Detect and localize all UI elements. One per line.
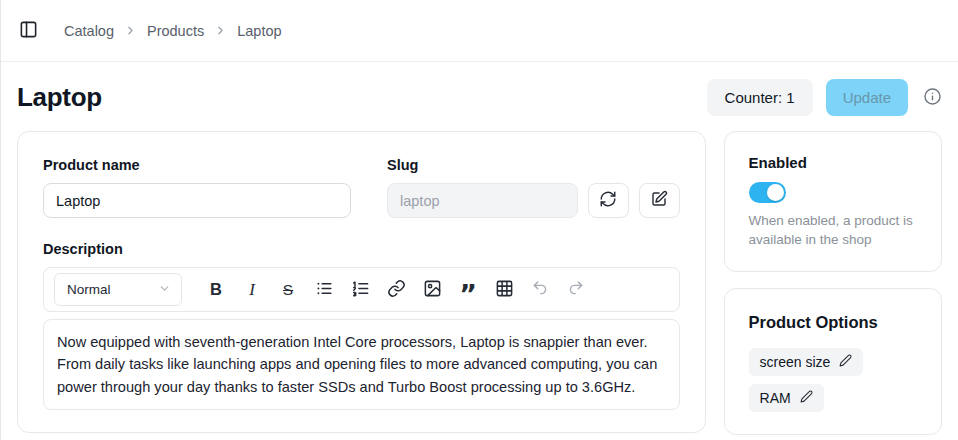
bullet-list-icon: [315, 279, 334, 301]
slug-label: Slug: [387, 157, 680, 173]
chevron-down-icon: [158, 282, 171, 298]
bold-icon: B: [210, 280, 222, 299]
ordered-list-icon: [351, 279, 370, 301]
option-tag-ram[interactable]: RAM: [749, 384, 824, 412]
info-icon: [923, 87, 942, 109]
counter-button[interactable]: Counter: 1: [707, 79, 813, 116]
image-icon: [423, 279, 442, 301]
pencil-icon: [839, 354, 852, 370]
breadcrumb-item-products[interactable]: Products: [147, 23, 204, 39]
ordered-list-button[interactable]: [345, 275, 375, 305]
strikethrough-button[interactable]: S: [273, 275, 303, 305]
enabled-toggle[interactable]: [749, 182, 786, 203]
product-name-field: Product name: [43, 157, 351, 218]
slug-field: Slug: [387, 157, 680, 218]
info-button[interactable]: [923, 87, 942, 109]
panel-left-icon: [19, 20, 38, 42]
strikethrough-icon: S: [283, 281, 293, 299]
link-icon: [387, 279, 406, 301]
paragraph-style-value: Normal: [67, 282, 111, 297]
enabled-help-text: When enabled, a product is available in …: [749, 212, 917, 249]
link-button[interactable]: [381, 275, 411, 305]
product-form-card: Product name Slug: [17, 131, 706, 433]
top-bar: Catalog Products Laptop: [1, 0, 958, 62]
editor-toolbar: Normal B I S: [43, 267, 680, 312]
product-options-title: Product Options: [749, 313, 917, 332]
enabled-card: Enabled When enabled, a product is avail…: [724, 131, 942, 272]
paragraph-style-select[interactable]: Normal: [54, 273, 182, 306]
undo-icon: [531, 279, 549, 300]
redo-button[interactable]: [561, 275, 591, 305]
description-label: Description: [43, 241, 680, 257]
option-tag-label: RAM: [760, 390, 791, 406]
pencil-icon: [800, 390, 813, 406]
page-title: Laptop: [17, 82, 102, 113]
bullet-list-button[interactable]: [309, 275, 339, 305]
side-panel: Enabled When enabled, a product is avail…: [724, 131, 942, 440]
option-tag-label: screen size: [760, 354, 831, 370]
italic-icon: I: [249, 280, 255, 300]
option-tag-screen-size[interactable]: screen size: [749, 348, 864, 376]
content-columns: Product name Slug: [17, 131, 942, 440]
description-editor[interactable]: Now equipped with seventh-generation Int…: [43, 319, 680, 410]
regenerate-slug-button[interactable]: [588, 183, 629, 218]
product-name-label: Product name: [43, 157, 351, 173]
main-area: Laptop Counter: 1 Update Product name: [1, 79, 958, 440]
refresh-icon: [599, 190, 617, 211]
sidebar-toggle-button[interactable]: [19, 20, 38, 42]
bold-button[interactable]: B: [201, 275, 231, 305]
header-actions: Counter: 1 Update: [707, 79, 942, 116]
enabled-label: Enabled: [749, 154, 917, 171]
product-options-list: screen size RAM: [749, 348, 917, 412]
product-options-card: Product Options screen size RAM: [724, 288, 942, 435]
edit-icon: [650, 190, 668, 211]
chevron-right-icon: [214, 24, 227, 37]
breadcrumb-item-catalog[interactable]: Catalog: [64, 23, 114, 39]
breadcrumb: Catalog Products Laptop: [64, 23, 282, 39]
update-button[interactable]: Update: [826, 79, 908, 116]
edit-slug-button[interactable]: [639, 183, 680, 218]
table-button[interactable]: [489, 275, 519, 305]
slug-input[interactable]: [387, 183, 578, 218]
app-window: Catalog Products Laptop Laptop Counter: …: [0, 0, 958, 440]
undo-button[interactable]: [525, 275, 555, 305]
blockquote-icon: ”: [459, 290, 477, 300]
product-name-input[interactable]: [43, 183, 351, 218]
image-button[interactable]: [417, 275, 447, 305]
page-header: Laptop Counter: 1 Update: [17, 79, 942, 116]
toggle-knob: [767, 184, 784, 201]
breadcrumb-item-current: Laptop: [237, 23, 281, 39]
description-field: Description Normal B I S: [43, 241, 680, 410]
redo-icon: [567, 279, 585, 300]
blockquote-button[interactable]: ”: [453, 275, 483, 305]
table-icon: [495, 279, 514, 301]
chevron-right-icon: [124, 24, 137, 37]
italic-button[interactable]: I: [237, 275, 267, 305]
